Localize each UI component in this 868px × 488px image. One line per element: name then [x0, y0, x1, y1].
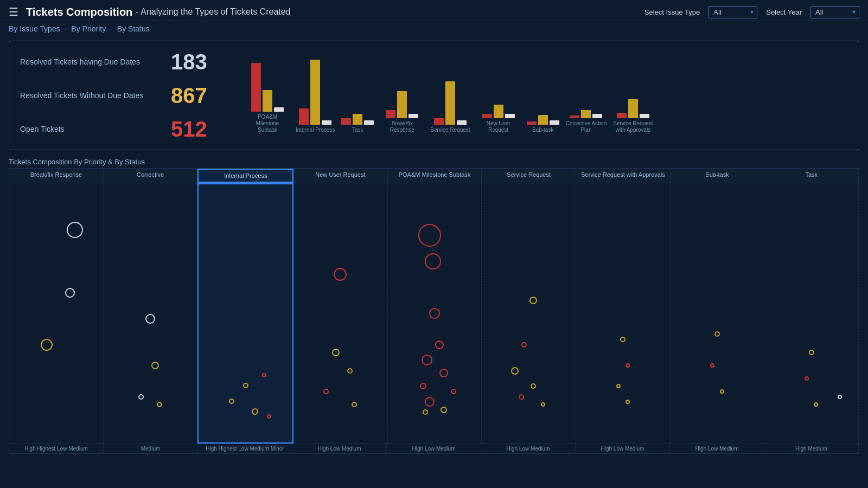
bubble-0-1 [65, 288, 75, 298]
bar-5-1 [494, 105, 503, 118]
bubble-7-38 [714, 331, 720, 337]
bar-5-0 [482, 114, 492, 118]
summary-section: Resolved Tickets having Due Dates 183 Re… [9, 41, 859, 150]
bubble-col-8 [764, 183, 859, 444]
col-header-6: Service Request with Approvals [576, 169, 671, 183]
col-header-2: Internal Process [197, 169, 293, 183]
bubble-5-33 [541, 402, 545, 407]
year-label: Select Year [766, 8, 802, 16]
bar-1-2 [322, 120, 331, 125]
bubble-6-34 [620, 337, 626, 342]
bubble-col-0 [9, 183, 104, 444]
bar-3-0 [386, 110, 395, 118]
bubble-4-25 [425, 397, 435, 407]
bubble-col-3 [293, 183, 388, 444]
bubble-3-16 [352, 402, 357, 407]
bubble-col-1 [104, 183, 198, 444]
issue-type-select[interactable]: All [709, 6, 757, 18]
col-header-7: Sub-task [671, 169, 765, 183]
nav-by-issue-types[interactable]: By Issue Types [9, 24, 60, 33]
nav-sep-1: - [65, 24, 67, 33]
page-title: Tickets Composition [26, 6, 132, 18]
bubble-6-37 [626, 400, 630, 404]
bubble-5-30 [511, 367, 519, 375]
bar-8-1 [628, 99, 638, 118]
header: ☰ Tickets Composition - Analyzing the Ty… [0, 0, 868, 21]
bar-8-0 [617, 113, 627, 118]
bubble-5-32 [519, 394, 524, 400]
bar-2-0 [341, 118, 351, 125]
bar-group-4: Service Request [430, 81, 470, 133]
x-axis-cell-5: High Low Medium [481, 444, 576, 453]
stat-label-2: Open Tickets [20, 125, 161, 133]
bar-group-8: Service Request with Approvals [613, 99, 653, 133]
col-header-1: Corrective [104, 169, 198, 183]
x-axis-cell-2: High Highest Low Medium Minor [198, 444, 292, 453]
bubble-chart-title: Tickets Composition By Priority & By Sta… [0, 155, 868, 168]
summary-stats: Resolved Tickets having Due Dates 183 Re… [20, 47, 226, 144]
bubble-2-7 [229, 399, 234, 404]
bar-5-2 [505, 114, 515, 118]
bar-1-0 [299, 108, 309, 125]
bubble-1-4 [151, 362, 159, 369]
bubble-3-15 [323, 389, 329, 394]
bar-8-2 [640, 114, 649, 118]
bubble-2-9 [243, 383, 248, 388]
stat-label-1: Resolved Tickets Without Due Dates [20, 91, 161, 100]
col-header-3: New User Request [293, 169, 388, 183]
nav-by-priority[interactable]: By Priority [71, 24, 106, 33]
bubble-8-43 [814, 402, 818, 407]
stat-value-0: 183 [171, 51, 207, 73]
bubble-col-7 [671, 183, 765, 444]
bar-4-0 [434, 118, 444, 125]
bar-label-0: POA&M Milestone Subtask [246, 114, 289, 133]
bubble-chart-wrapper: Break/fix ResponseCorrectiveInternal Pro… [9, 168, 859, 454]
x-axis-row: High Highest Low MediumMediumHigh Highes… [9, 444, 859, 453]
bubble-4-19 [429, 308, 440, 319]
menu-icon[interactable]: ☰ [9, 5, 18, 18]
bubble-8-42 [805, 376, 809, 381]
bar-group-1: Internal Process [296, 60, 335, 133]
bubble-4-18 [425, 253, 441, 269]
bubble-6-35 [626, 363, 630, 368]
bubble-0-0 [67, 222, 83, 238]
bar-label-1: Internal Process [296, 127, 335, 133]
bar-group-7: Corrective Action Plan [566, 110, 607, 133]
bubble-8-41 [809, 350, 814, 355]
nav-links: By Issue Types - By Priority - By Status [0, 21, 868, 36]
x-axis-cell-4: High Low Medium [387, 444, 481, 453]
bar-4-2 [457, 120, 467, 125]
bubble-5-29 [521, 342, 527, 348]
bubble-3-13 [332, 349, 340, 356]
bubble-6-36 [616, 384, 621, 388]
bar-6-1 [538, 115, 548, 125]
stat-value-2: 512 [171, 118, 207, 140]
bar-group-2: Task [341, 114, 374, 133]
bubble-col-6 [576, 183, 671, 444]
year-select[interactable]: All [810, 6, 859, 18]
bubble-2-10 [262, 373, 266, 377]
col-header-0: Break/fix Response [9, 169, 104, 183]
page-subtitle: - Analyzing the Types of Tickets Created [136, 7, 290, 17]
bubble-4-24 [451, 389, 456, 394]
col-header-8: Task [764, 169, 859, 183]
x-axis-cell-7: High Low Medium [670, 444, 764, 453]
bubble-col-2 [197, 183, 293, 444]
bar-7-0 [570, 115, 579, 118]
stat-row-1: Resolved Tickets Without Due Dates 867 [20, 85, 226, 106]
bar-label-7: Corrective Action Plan [566, 120, 607, 133]
bubble-4-22 [439, 369, 448, 377]
nav-by-status[interactable]: By Status [117, 24, 150, 33]
stat-value-1: 867 [171, 85, 207, 106]
stat-row-2: Open Tickets 512 [20, 118, 226, 140]
bar-group-0: POA&M Milestone Subtask [246, 63, 289, 133]
bubble-8-44 [838, 395, 842, 399]
bubble-4-21 [422, 355, 432, 365]
bubble-3-14 [347, 368, 353, 374]
bar-4-1 [445, 81, 455, 125]
bubble-2-8 [252, 408, 258, 415]
x-axis-cell-1: Medium [104, 444, 198, 453]
x-axis-cell-3: High Low Medium [292, 444, 387, 453]
col-headers: Break/fix ResponseCorrectiveInternal Pro… [9, 169, 859, 183]
stat-row-0: Resolved Tickets having Due Dates 183 [20, 51, 226, 73]
